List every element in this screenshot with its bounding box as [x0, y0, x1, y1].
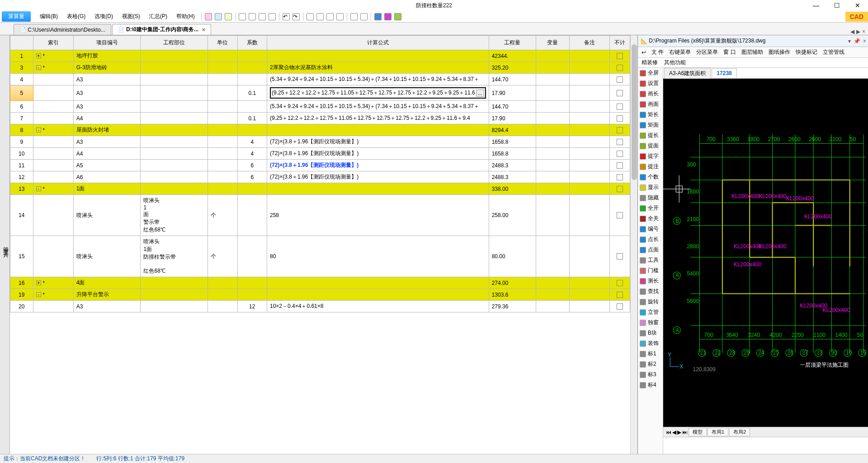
layout-tab[interactable]: 布局1	[708, 428, 728, 436]
cell-var[interactable]	[536, 101, 569, 113]
cad-menu-item[interactable]: 图层辅助	[741, 48, 763, 56]
cell-formula[interactable]: (5.34＋9.24＋9.24＋10.15＋10.15＋5.34)＋(7.34＋…	[267, 101, 489, 113]
row-number[interactable]: 7	[10, 113, 33, 124]
cell-note[interactable]	[570, 124, 610, 136]
cell-projno[interactable]: 喷淋头	[73, 195, 141, 236]
cell-qty[interactable]: 80.00	[489, 236, 536, 277]
cell-formula[interactable]: (72)×(3.8＋1.96【测距仪现场测量】)	[267, 148, 489, 160]
row-number[interactable]: 1	[10, 50, 33, 62]
cell-formula[interactable]: (72)×(3.8＋1.96【测距仪现场测量】)	[267, 136, 489, 148]
cell-index[interactable]: +*	[33, 277, 73, 289]
col-formula[interactable]: 计算公式	[267, 36, 489, 50]
cell-nocount[interactable]	[610, 289, 630, 301]
cell-formula[interactable]: (72)×(3.8＋1.96【测距仪现场测量】)	[267, 171, 489, 183]
toolbar-icon[interactable]	[225, 13, 232, 20]
col-projno[interactable]: 项目编号	[73, 36, 141, 50]
cell-qty[interactable]: 279.36	[489, 301, 536, 312]
table-row[interactable]: 3-*G-3防滑地砖2厚聚合物水泥基防水涂料325.20	[10, 62, 630, 74]
toolbar-icon[interactable]	[205, 13, 212, 20]
cad-viewport[interactable]: KL200x400KL200x400KL200x400KL200x400KL20…	[663, 79, 868, 427]
cell-index[interactable]: -*	[33, 124, 73, 136]
cell-formula[interactable]	[267, 50, 489, 62]
cell-unit[interactable]	[208, 101, 237, 113]
cell-unit[interactable]: 个	[208, 236, 237, 277]
cell-unit[interactable]	[208, 74, 237, 85]
row-number[interactable]: 5	[10, 85, 33, 101]
cell-nocount[interactable]	[610, 124, 630, 136]
table-row[interactable]: 12A66(72)×(3.8＋1.96【测距仪现场测量】)2488.3	[10, 171, 630, 183]
cell-projno[interactable]: G-3防滑地砖	[73, 62, 141, 74]
cell-coef[interactable]: 0.1	[237, 85, 267, 101]
cell-nocount[interactable]	[610, 301, 630, 312]
table-row[interactable]: 1+*地坪打胶42344.	[10, 50, 630, 62]
cell-note[interactable]	[570, 289, 610, 301]
main-button[interactable]: 算算量	[2, 11, 31, 22]
cell-formula[interactable]: 80	[267, 236, 489, 277]
cell-coef[interactable]	[237, 195, 267, 236]
tool-item[interactable]: 装饰	[638, 338, 663, 349]
cell-nocount[interactable]	[610, 85, 630, 101]
tool-item[interactable]: 全屏	[638, 68, 663, 78]
col-note[interactable]: 备注	[570, 36, 610, 50]
cell-coef[interactable]: 12	[237, 301, 267, 312]
toolbar-icon[interactable]	[384, 13, 392, 20]
toolbar-icon[interactable]	[394, 13, 401, 20]
cell-unit[interactable]	[208, 62, 237, 74]
col-part[interactable]: 工程部位	[141, 36, 208, 50]
tool-item[interactable]: 个数	[638, 172, 663, 182]
layout-tab[interactable]: 模型	[689, 428, 707, 436]
table-row[interactable]: 19-*升降平台警示1303.6	[10, 289, 630, 301]
toolbar-icon[interactable]	[360, 13, 368, 20]
nocount-checkbox[interactable]	[617, 253, 623, 260]
cell-var[interactable]	[536, 113, 569, 124]
cell-part[interactable]	[141, 183, 208, 195]
col-index[interactable]: 索引	[33, 36, 73, 50]
cell-qty[interactable]: 258.00	[489, 195, 536, 236]
cell-note[interactable]	[570, 85, 610, 101]
tool-item[interactable]: 显示	[638, 182, 663, 193]
cell-nocount[interactable]	[610, 101, 630, 113]
cell-projno[interactable]: A3	[73, 136, 141, 148]
tab-prev-icon[interactable]: ◀	[850, 28, 854, 35]
cell-var[interactable]	[536, 74, 569, 85]
cell-index[interactable]	[33, 160, 73, 171]
cell-index[interactable]	[33, 113, 73, 124]
cell-projno[interactable]: 屋面防火封堵	[73, 124, 141, 136]
close-icon[interactable]: ×	[863, 38, 866, 44]
nocount-checkbox[interactable]	[617, 115, 623, 122]
cell-unit[interactable]	[208, 124, 237, 136]
cell-index[interactable]: -*	[33, 183, 73, 195]
cell-var[interactable]	[536, 50, 569, 62]
cell-formula[interactable]: (72)×(3.8＋1.96【测距仪现场测量】)	[267, 160, 489, 171]
row-number[interactable]: 9	[10, 136, 33, 148]
row-number[interactable]: 11	[10, 160, 33, 171]
cell-coef[interactable]	[237, 289, 267, 301]
cad-sub-item[interactable]: 精装修	[642, 59, 658, 66]
toolbar-icon[interactable]	[316, 13, 324, 20]
row-number[interactable]: 3	[10, 62, 33, 74]
table-row[interactable]: 20A31210×2－0.4×4＋0.61×8279.36	[10, 301, 630, 312]
col-unit[interactable]: 单位	[208, 36, 237, 50]
tool-item[interactable]: 门槛	[638, 265, 663, 276]
menu-table[interactable]: 表格(G)	[62, 11, 90, 22]
cell-nocount[interactable]	[610, 148, 630, 160]
table-row[interactable]: 9A34(72)×(3.8＋1.96【测距仪现场测量】)1658.8	[10, 136, 630, 148]
tool-item[interactable]: 点面	[638, 245, 663, 255]
tool-item[interactable]: 工具	[638, 255, 663, 265]
cell-index[interactable]	[33, 148, 73, 160]
expand-icon[interactable]: +	[36, 53, 41, 58]
cell-part[interactable]	[141, 113, 208, 124]
row-number[interactable]: 6	[10, 101, 33, 113]
row-number[interactable]: 12	[10, 171, 33, 183]
cell-unit[interactable]	[208, 277, 237, 289]
cell-projno[interactable]: A4	[73, 113, 141, 124]
table-row[interactable]: 4A3(5.34＋9.24＋9.24＋10.15＋10.15＋5.34)＋(7.…	[10, 74, 630, 85]
undo-icon[interactable]: ↶	[283, 13, 290, 20]
row-number[interactable]: 15	[10, 236, 33, 277]
toolbar-icon[interactable]	[215, 13, 222, 20]
nav-icon[interactable]: ▶	[677, 429, 681, 435]
nocount-checkbox[interactable]	[617, 303, 623, 310]
tool-item[interactable]: 全开	[638, 203, 663, 213]
cell-unit[interactable]	[208, 50, 237, 62]
table-row[interactable]: 6A3(5.34＋9.24＋9.24＋10.15＋10.15＋5.34)＋(7.…	[10, 101, 630, 113]
